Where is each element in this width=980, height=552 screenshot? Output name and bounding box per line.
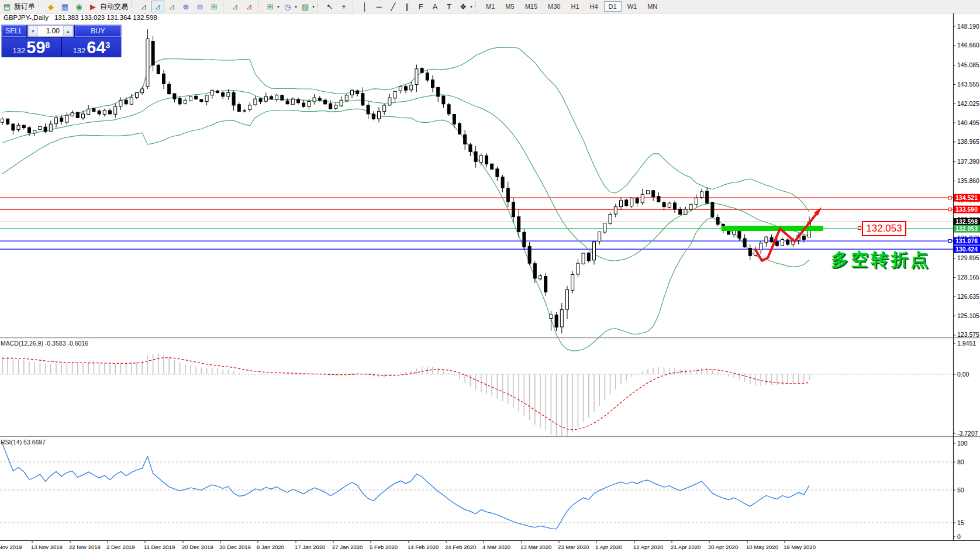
candle-body[interactable] <box>474 152 477 162</box>
candle-body[interactable] <box>506 188 509 202</box>
candle-body[interactable] <box>523 232 526 247</box>
candle-body[interactable] <box>781 239 784 245</box>
candle-body[interactable] <box>356 91 359 94</box>
candle-body[interactable] <box>566 289 569 309</box>
candle-body[interactable] <box>614 207 617 214</box>
level-handle[interactable] <box>948 196 951 199</box>
candle-body[interactable] <box>65 115 68 122</box>
candle-body[interactable] <box>674 203 677 209</box>
autotrade-icon[interactable]: ▶ <box>87 1 99 12</box>
signals-icon[interactable]: ◉ <box>73 1 85 12</box>
candle-body[interactable] <box>367 105 370 114</box>
candle-body[interactable] <box>630 198 633 206</box>
candle-body[interactable] <box>313 98 316 102</box>
candle-body[interactable] <box>598 232 601 242</box>
candle-body[interactable] <box>469 144 472 151</box>
candle-body[interactable] <box>125 100 127 104</box>
candle-body[interactable] <box>151 42 154 65</box>
candle-body[interactable] <box>222 93 225 96</box>
candle-body[interactable] <box>259 99 262 102</box>
new-order-label[interactable]: 新订单 <box>14 2 35 12</box>
candle-body[interactable] <box>706 191 709 203</box>
fibonacci-icon[interactable]: F <box>415 1 427 12</box>
candle-body[interactable] <box>264 96 267 101</box>
candle-body[interactable] <box>760 243 762 250</box>
history-center-icon[interactable]: ◆ <box>44 1 57 12</box>
level-handle[interactable] <box>948 240 951 243</box>
chart-shift-icon[interactable]: ⊿ <box>243 1 256 12</box>
date-label[interactable]: 30 Dec 2019 <box>219 544 251 550</box>
candle-body[interactable] <box>205 95 208 102</box>
candle-body[interactable] <box>603 223 606 232</box>
candle-body[interactable] <box>528 246 531 263</box>
candle-body[interactable] <box>44 127 47 132</box>
arrows-icon[interactable]: ❖ <box>457 1 470 12</box>
candle-body[interactable] <box>410 85 413 90</box>
candle-body[interactable] <box>453 115 456 125</box>
candle-body[interactable] <box>447 105 450 114</box>
turning-point-annotation[interactable]: 多空转折点 <box>831 248 930 272</box>
candle-body[interactable] <box>249 105 251 109</box>
candle-body[interactable] <box>49 124 52 131</box>
candle-body[interactable] <box>571 274 574 290</box>
candle-body[interactable] <box>775 242 778 246</box>
candle-body[interactable] <box>130 98 133 104</box>
candle-body[interactable] <box>743 239 746 247</box>
candle-body[interactable] <box>593 242 596 260</box>
autotrade-label[interactable]: 自动交易 <box>100 2 128 12</box>
tile-windows-icon[interactable]: ⊞ <box>208 1 220 12</box>
candle-body[interactable] <box>275 95 278 99</box>
buy-button[interactable]: BUY <box>75 25 121 37</box>
sell-price[interactable]: 132 59 8 <box>2 37 61 57</box>
date-label[interactable]: 23 Mar 2020 <box>558 544 589 550</box>
candle-body[interactable] <box>711 202 714 217</box>
candle-body[interactable] <box>378 112 381 119</box>
candle-body[interactable] <box>227 92 230 96</box>
candle-body[interactable] <box>636 198 639 203</box>
candle-body[interactable] <box>189 96 192 101</box>
date-label[interactable]: 4 Nov 2019 <box>0 544 22 550</box>
candle-body[interactable] <box>98 111 101 114</box>
candle-body[interactable] <box>657 196 660 202</box>
date-label[interactable]: 10 May 2020 <box>746 544 778 550</box>
chart-line-icon[interactable]: ⊿ <box>165 1 178 12</box>
candle-body[interactable] <box>39 126 42 129</box>
candle-body[interactable] <box>517 217 520 232</box>
candle-body[interactable] <box>361 94 364 105</box>
date-label[interactable]: 4 Mar 2020 <box>482 544 510 550</box>
note-box-anchor[interactable] <box>858 227 861 230</box>
candle-body[interactable] <box>119 100 122 106</box>
periods-icon-dropdown[interactable]: ▾ <box>295 4 297 9</box>
timeframe-h4[interactable]: H4 <box>585 1 603 12</box>
candle-body[interactable] <box>442 96 445 104</box>
date-label[interactable]: 17 Jan 2020 <box>295 544 325 550</box>
candle-body[interactable] <box>297 99 300 103</box>
candle-body[interactable] <box>168 84 171 94</box>
candle-body[interactable] <box>351 90 354 95</box>
candle-body[interactable] <box>383 105 386 112</box>
candle-body[interactable] <box>33 130 36 133</box>
date-label[interactable]: 22 Nov 2019 <box>69 544 101 550</box>
candle-body[interactable] <box>318 98 321 100</box>
candle-body[interactable] <box>324 100 327 104</box>
text-icon[interactable]: A <box>429 1 441 12</box>
arrows-icon-dropdown[interactable]: ▾ <box>470 4 472 9</box>
candle-body[interactable] <box>738 230 741 238</box>
candle-body[interactable] <box>609 215 612 224</box>
date-label[interactable]: 12 Apr 2020 <box>633 544 663 550</box>
candle-body[interactable] <box>388 98 391 105</box>
candle-body[interactable] <box>716 217 719 224</box>
trendline-icon[interactable]: ╱ <box>387 1 399 12</box>
date-label[interactable]: 20 Dec 2019 <box>182 544 213 550</box>
volume-decrease-button[interactable]: ▼ <box>28 26 38 36</box>
timeframe-w1[interactable]: W1 <box>623 1 642 12</box>
candle-body[interactable] <box>22 125 25 127</box>
candle-body[interactable] <box>232 92 235 105</box>
candle-body[interactable] <box>254 99 257 105</box>
price-note-box[interactable]: 132.053 <box>862 221 906 236</box>
timeframe-h1[interactable]: H1 <box>566 1 584 12</box>
candle-body[interactable] <box>55 118 58 123</box>
date-label[interactable]: 30 Apr 2020 <box>708 544 738 550</box>
candle-body[interactable] <box>560 310 563 327</box>
candle-body[interactable] <box>620 201 623 207</box>
